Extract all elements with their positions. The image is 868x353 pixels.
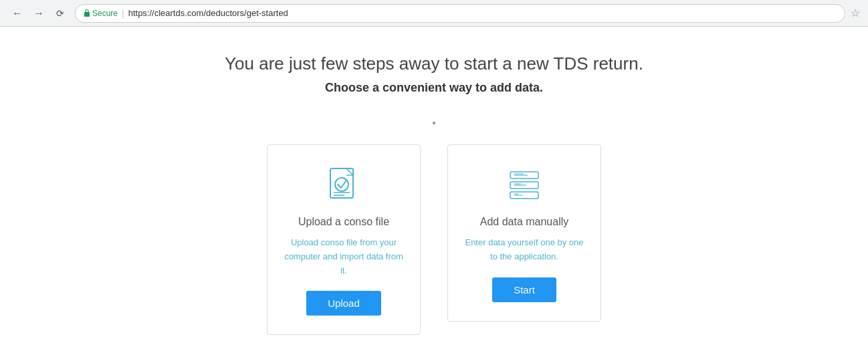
upload-card-title: Upload a conso file [298, 216, 389, 228]
browser-chrome: ← → ⟳ Secure | https://cleartds.com/dedu… [0, 0, 868, 27]
back-button[interactable]: ← [8, 4, 27, 23]
forward-button[interactable]: → [29, 4, 48, 23]
url-text: https://cleartds.com/deductors/get-start… [128, 8, 288, 18]
page-subtitle: Choose a convenient way to add data. [325, 81, 543, 95]
svg-rect-0 [84, 12, 90, 17]
dot-separator [433, 122, 435, 124]
secure-badge: Secure [84, 9, 118, 18]
address-separator: | [122, 8, 124, 19]
manual-data-icon [508, 165, 541, 205]
bookmark-button[interactable]: ☆ [851, 7, 860, 19]
start-button[interactable]: Start [492, 277, 556, 302]
upload-card-description: Upload conso file from your computer and… [284, 236, 404, 277]
cards-container: Upload a conso file Upload conso file fr… [267, 144, 601, 335]
upload-card: Upload a conso file Upload conso file fr… [267, 144, 421, 335]
page-title: You are just few steps away to start a n… [225, 53, 643, 74]
upload-file-icon [327, 165, 360, 205]
address-bar[interactable]: Secure | https://cleartds.com/deductors/… [75, 4, 845, 23]
manual-card-title: Add data manually [480, 216, 569, 228]
refresh-button[interactable]: ⟳ [51, 4, 70, 23]
upload-button[interactable]: Upload [306, 291, 381, 316]
manual-card: Add data manually Enter data yourself on… [447, 144, 601, 322]
nav-buttons: ← → ⟳ [8, 4, 70, 23]
page-content: You are just few steps away to start a n… [0, 27, 868, 353]
manual-card-description: Enter data yourself one by one to the ap… [464, 236, 584, 264]
